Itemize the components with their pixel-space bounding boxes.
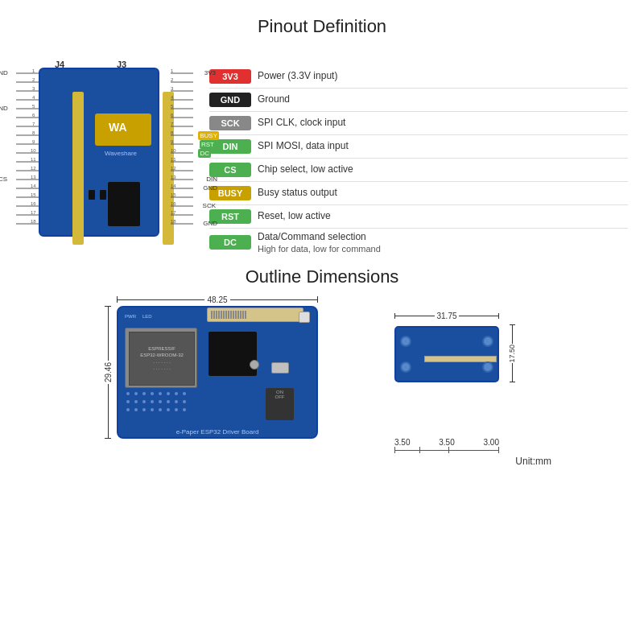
sep2 (209, 111, 628, 112)
svg-text:6: 6 (171, 113, 174, 118)
header-pins-dots (126, 392, 189, 415)
mount-hole-tl (400, 336, 411, 347)
desc-cs: Chip select, low active (258, 163, 353, 176)
svg-text:5: 5 (171, 104, 174, 109)
svg-text:10: 10 (171, 148, 176, 153)
esp32-module: ESPRESSIFESP32-WROOM-32· · · · · · ·· · … (125, 328, 197, 388)
svg-text:3: 3 (171, 86, 174, 91)
gnd-label-5: GND (0, 105, 8, 112)
svg-text:17: 17 (171, 210, 176, 215)
svg-text:8: 8 (32, 130, 35, 135)
dim-bottom-left: 3.50 (394, 438, 410, 447)
page: Pinout Definition J4 J3 WA (0, 0, 644, 644)
signal-row-cs: CS Chip select, low active (209, 161, 628, 179)
board-diagram: J4 J3 WA Waveshare (16, 45, 193, 254)
sep3 (209, 134, 628, 135)
dim-bottom-lines (394, 447, 499, 453)
svg-text:16: 16 (171, 201, 176, 206)
signal-row-3v3: 3V3 Power (3.3V input) (209, 68, 628, 85)
sep1 (209, 88, 628, 89)
desc-3v3: Power (3.3V input) (258, 70, 337, 83)
sep7 (209, 228, 628, 229)
svg-text:6: 6 (32, 113, 35, 118)
svg-text:17: 17 (31, 210, 36, 215)
ic-chip (108, 182, 140, 226)
fpc-top-connector (207, 308, 303, 322)
3v3-label: 3V3 (204, 69, 216, 76)
svg-text:5: 5 (32, 104, 35, 109)
svg-text:10: 10 (31, 148, 36, 153)
svg-text:14: 14 (31, 184, 36, 188)
desc-dc: Data/Command selection High for data, lo… (258, 231, 381, 254)
connector-side-view: 31.75 17.50 (374, 310, 551, 471)
comp1 (89, 190, 95, 200)
svg-text:4: 4 (32, 95, 35, 100)
svg-text:11: 11 (31, 157, 36, 162)
desc-busy: Busy status output (258, 187, 337, 200)
outline-title: Outline Dimensions (246, 266, 399, 287)
svg-text:15: 15 (31, 192, 36, 197)
busy-label-right: BUSY (198, 131, 219, 140)
svg-text:9: 9 (171, 139, 174, 144)
svg-text:16: 16 (31, 201, 36, 206)
board-body: WA Waveshare (39, 68, 159, 237)
signal-row-dc: DC Data/Command selection High for data,… (209, 231, 628, 254)
badge-dc: DC (209, 235, 251, 250)
esp32-inner: ESPRESSIFESP32-WROOM-32· · · · · · ·· · … (129, 332, 195, 386)
mount-hole-br (482, 361, 493, 373)
pcb-body: PWR LED (117, 306, 318, 439)
din-label-right: DIN (206, 175, 217, 183)
left-pin-lines-svg: 1 2 3 4 5 6 7 8 (16, 69, 40, 230)
dim-conn-height: 17.50 (506, 324, 518, 382)
boot-button (299, 312, 310, 323)
unit-label: Unit:mm (515, 456, 551, 467)
desc-din: SPI MOSI, data input (258, 140, 349, 153)
svg-text:7: 7 (171, 122, 174, 126)
sck-label-right: SCK (203, 202, 216, 209)
dim-conn-height-label: 17.50 (508, 344, 516, 364)
svg-text:1: 1 (32, 69, 35, 73)
dim-width-pcb: 48.25 (117, 294, 318, 305)
svg-text:7: 7 (32, 122, 35, 126)
dc-label-right: DC (198, 149, 211, 158)
svg-text:2: 2 (32, 77, 35, 82)
rst-label-right: RST (200, 140, 216, 149)
mount-hole-bl (400, 361, 411, 373)
dim-bottom-right: 3.00 (484, 438, 499, 447)
svg-text:18: 18 (171, 219, 176, 224)
dim-bottom-mid: 3.50 (439, 438, 454, 447)
waveshare-text: Waveshare (89, 150, 153, 157)
left-connector-bar (72, 92, 84, 245)
gnd-label-1: GND (0, 69, 8, 76)
pinout-area: J4 J3 WA Waveshare (16, 45, 628, 254)
sep6 (209, 204, 628, 205)
led-label: LED (142, 314, 152, 319)
en-button (250, 360, 259, 369)
svg-text:12: 12 (31, 166, 36, 171)
outline-section: Outline Dimensions 48.25 29.46 (16, 266, 628, 471)
badge-sck: SCK (209, 116, 251, 130)
comp2 (100, 190, 106, 200)
svg-text:18: 18 (31, 219, 36, 224)
switch-area: ONOFF (266, 388, 294, 420)
dim-width-label: 48.25 (204, 295, 229, 304)
svg-text:13: 13 (31, 175, 36, 180)
svg-text:14: 14 (171, 184, 176, 188)
esp-text: ESPRESSIFESP32-WROOM-32· · · · · · ·· · … (140, 345, 184, 373)
right-pin-lines-svg: 1 2 3 4 5 6 7 8 (169, 69, 193, 230)
dim-height-label: 29.46 (104, 361, 113, 384)
sep4 (209, 158, 628, 159)
svg-text:2: 2 (171, 77, 174, 82)
comp3 (111, 190, 118, 200)
connector-body (394, 326, 499, 382)
svg-text:4: 4 (171, 95, 174, 100)
usb-port (271, 362, 289, 374)
signal-table: 3V3 Power (3.3V input) GND Ground SCK SP… (209, 45, 628, 254)
signal-row-din: DIN SPI MOSI, data input (209, 138, 628, 155)
svg-text:9: 9 (32, 139, 35, 144)
ic-main (208, 332, 257, 376)
right-pins: 3V3 BUSY RST DC DIN GND SCK GND 1 2 3 (169, 69, 193, 233)
desc-gnd: Ground (258, 93, 290, 106)
wa-logo: WA (95, 114, 151, 146)
gnd-label-right14: GND (203, 184, 217, 192)
